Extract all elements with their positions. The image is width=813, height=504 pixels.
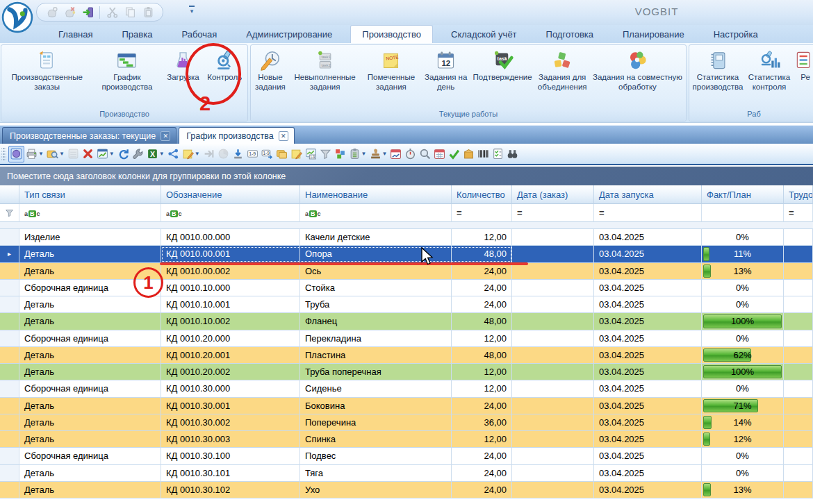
ribbon-button-new-tasks[interactable]: Новые задания bbox=[252, 47, 288, 109]
cell-launch-date[interactable]: 03.04.2025 bbox=[594, 398, 702, 414]
cell-fact-plan[interactable]: 0% bbox=[702, 330, 784, 347]
cell-quantity[interactable]: 48,00 bbox=[452, 347, 512, 364]
cell-quantity[interactable]: 24,00 bbox=[452, 465, 512, 482]
filter-cell-0[interactable] bbox=[0, 204, 19, 222]
cell-name[interactable]: Спинка bbox=[300, 431, 452, 448]
cell-link-type[interactable]: Сборочная единица bbox=[19, 330, 161, 347]
table-row[interactable]: ДетальКД 0010.30.003Спинка12,0003.04.202… bbox=[0, 431, 813, 448]
table-row[interactable]: ДетальКД 0010.30.001Боковина24,0003.04.2… bbox=[0, 398, 813, 414]
table-row[interactable]: ▸ДетальКД 0010.00.001Опора48,0003.04.202… bbox=[0, 246, 813, 262]
table-row[interactable]: ИзделиеКД 0010.00.000Качели детские12,00… bbox=[0, 229, 813, 246]
dropdown-arrow-icon[interactable]: ▼ bbox=[59, 151, 65, 157]
filter-cell-7[interactable] bbox=[702, 204, 784, 222]
ribbon-button-merge-tasks[interactable]: Задания для объединения bbox=[534, 47, 590, 109]
cell-order-date[interactable] bbox=[512, 229, 594, 246]
edit-note-icon[interactable]: ▼ bbox=[181, 146, 202, 162]
cell-launch-date[interactable]: 03.04.2025 bbox=[594, 263, 702, 280]
cell-designation[interactable]: КД 0010.10.002 bbox=[161, 313, 300, 330]
cell-fact-plan[interactable]: 11% bbox=[702, 246, 784, 262]
cell-quantity[interactable]: 48,00 bbox=[452, 246, 512, 262]
cell-launch-date[interactable]: 03.04.2025 bbox=[594, 246, 702, 262]
cell-order-date[interactable] bbox=[512, 364, 594, 380]
dropdown-arrow-icon[interactable]: ▼ bbox=[109, 151, 115, 157]
cell-link-type[interactable]: Изделие bbox=[19, 229, 161, 246]
add-hand-icon[interactable] bbox=[44, 5, 59, 20]
cell-launch-date[interactable]: 03.04.2025 bbox=[594, 431, 702, 448]
table-row[interactable]: ДетальКД 0010.20.001Пластина48,0003.04.2… bbox=[0, 347, 813, 364]
ribbon-button-production-schedule[interactable]: График производства bbox=[91, 47, 163, 109]
cell-labor[interactable] bbox=[784, 296, 813, 313]
cell-order-date[interactable] bbox=[512, 296, 594, 313]
stamp-icon[interactable]: ▼ bbox=[368, 146, 389, 162]
cell-link-type[interactable]: Сборочная единица bbox=[19, 448, 161, 464]
column-header-3[interactable]: Наименование bbox=[300, 185, 452, 204]
cell-order-date[interactable] bbox=[512, 313, 594, 330]
filter-cell-4[interactable]: = bbox=[452, 204, 512, 222]
quick-access-options-icon[interactable]: ▾ bbox=[186, 6, 197, 15]
calendar-icon[interactable] bbox=[432, 146, 447, 162]
ribbon-button-control[interactable]: Контроль bbox=[203, 47, 246, 109]
cell-quantity[interactable]: 24,00 bbox=[452, 263, 512, 280]
ribbon-tab-2[interactable]: Рабочая bbox=[170, 25, 228, 43]
find-icon[interactable]: ▼ bbox=[45, 146, 66, 162]
cell-fact-plan[interactable]: 0% bbox=[702, 296, 784, 313]
document-tab-0[interactable]: Производственные заказы: текущие✕ bbox=[2, 127, 176, 144]
share-icon[interactable] bbox=[166, 146, 181, 162]
ribbon-button-control-statistics[interactable]: Статистика контроля bbox=[745, 47, 794, 109]
cell-link-type[interactable]: Сборочная единица bbox=[19, 380, 161, 397]
refresh-icon[interactable] bbox=[116, 146, 131, 162]
cell-quantity[interactable]: 12,00 bbox=[452, 229, 512, 246]
cell-link-type[interactable]: Деталь bbox=[19, 414, 161, 431]
view-settings-icon[interactable] bbox=[8, 146, 24, 162]
cell-order-date[interactable] bbox=[512, 482, 594, 498]
column-header-6[interactable]: Дата запуска bbox=[594, 185, 702, 204]
confirm-check-icon[interactable] bbox=[447, 146, 461, 162]
filter-icon[interactable] bbox=[318, 146, 333, 162]
box-icon[interactable] bbox=[461, 146, 476, 162]
cell-launch-date[interactable]: 03.04.2025 bbox=[594, 465, 702, 482]
ribbon-button-production-statistics[interactable]: Статистика производства bbox=[691, 47, 745, 109]
chart-icon[interactable]: ▼ bbox=[95, 146, 116, 162]
cell-launch-date[interactable]: 03.04.2025 bbox=[594, 347, 702, 364]
clipboard-tasks-icon[interactable]: ▼ bbox=[347, 146, 368, 162]
ribbon-button-report-cut[interactable]: Ре bbox=[794, 47, 813, 109]
zoom-icon[interactable] bbox=[418, 146, 432, 162]
ribbon-button-production-orders[interactable]: Производственные заказы bbox=[3, 47, 91, 109]
row-indicator[interactable] bbox=[0, 280, 19, 296]
numbering-icon[interactable]: 1-9 bbox=[245, 146, 260, 162]
cell-labor[interactable] bbox=[784, 364, 813, 380]
row-indicator[interactable] bbox=[0, 380, 19, 397]
row-indicator[interactable] bbox=[0, 465, 19, 482]
cell-fact-plan[interactable]: 0% bbox=[702, 465, 784, 482]
table-row[interactable]: ДетальКД 0010.30.002Поперечина36,0003.04… bbox=[0, 414, 813, 431]
cell-order-date[interactable] bbox=[512, 448, 594, 464]
cut-icon[interactable] bbox=[104, 5, 120, 20]
cell-order-date[interactable] bbox=[512, 330, 594, 347]
barcode-icon[interactable] bbox=[476, 146, 491, 162]
cell-launch-date[interactable]: 03.04.2025 bbox=[594, 280, 702, 296]
cell-labor[interactable] bbox=[784, 380, 813, 397]
cell-designation[interactable]: КД 0010.10.000 bbox=[161, 280, 300, 296]
cell-launch-date[interactable]: 03.04.2025 bbox=[594, 448, 702, 464]
table-row[interactable]: Сборочная единицаКД 0010.20.000Переклади… bbox=[0, 330, 813, 347]
cell-quantity[interactable]: 24,00 bbox=[452, 448, 512, 464]
toolbar-drag-grip[interactable] bbox=[1, 147, 6, 161]
cell-labor[interactable] bbox=[784, 246, 813, 262]
cell-designation[interactable]: КД 0010.20.000 bbox=[161, 330, 300, 347]
cell-labor[interactable] bbox=[784, 280, 813, 296]
table-row[interactable]: ДетальКД 0010.00.002Ось24,0003.04.202513… bbox=[0, 263, 813, 280]
cell-order-date[interactable] bbox=[512, 465, 594, 482]
cell-launch-date[interactable]: 03.04.2025 bbox=[594, 364, 702, 380]
dropdown-arrow-icon[interactable]: ▼ bbox=[38, 151, 44, 157]
row-indicator[interactable] bbox=[0, 313, 19, 330]
ribbon-tab-8[interactable]: Настройка bbox=[703, 25, 769, 43]
checklist-icon[interactable] bbox=[491, 146, 505, 162]
cell-labor[interactable] bbox=[784, 465, 813, 482]
cell-link-type[interactable]: Деталь bbox=[19, 313, 161, 330]
dropdown-arrow-icon[interactable]: ▼ bbox=[361, 151, 367, 157]
column-header-2[interactable]: Обозначение bbox=[161, 185, 300, 204]
binoculars-icon[interactable] bbox=[505, 146, 520, 162]
cell-name[interactable]: Стойка bbox=[300, 280, 452, 296]
cell-quantity[interactable]: 48,00 bbox=[452, 313, 512, 330]
cell-designation[interactable]: КД 0010.00.001 bbox=[161, 246, 300, 262]
